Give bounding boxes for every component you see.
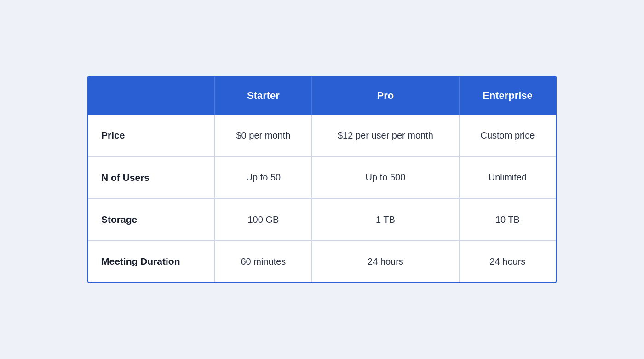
feature-label-1: N of Users bbox=[88, 156, 215, 198]
table-header-row: Starter Pro Enterprise bbox=[88, 77, 556, 115]
feature-label-0: Price bbox=[88, 115, 215, 156]
pro-value-2: 1 TB bbox=[312, 198, 459, 240]
pro-value-3: 24 hours bbox=[312, 240, 459, 282]
header-feature-col bbox=[88, 77, 215, 115]
starter-value-0: $0 per month bbox=[215, 115, 312, 156]
enterprise-value-1: Unlimited bbox=[459, 156, 556, 198]
enterprise-value-0: Custom price bbox=[459, 115, 556, 156]
feature-label-2: Storage bbox=[88, 198, 215, 240]
enterprise-value-2: 10 TB bbox=[459, 198, 556, 240]
pro-value-0: $12 per user per month bbox=[312, 115, 459, 156]
table-row: Meeting Duration60 minutes24 hours24 hou… bbox=[88, 240, 556, 282]
pro-value-1: Up to 500 bbox=[312, 156, 459, 198]
pricing-table: Starter Pro Enterprise Price$0 per month… bbox=[87, 76, 557, 283]
starter-value-1: Up to 50 bbox=[215, 156, 312, 198]
feature-label-3: Meeting Duration bbox=[88, 240, 215, 282]
table-row: Storage100 GB1 TB10 TB bbox=[88, 198, 556, 240]
table-row: Price$0 per month$12 per user per monthC… bbox=[88, 115, 556, 156]
header-pro-col: Pro bbox=[312, 77, 459, 115]
starter-value-3: 60 minutes bbox=[215, 240, 312, 282]
starter-value-2: 100 GB bbox=[215, 198, 312, 240]
table-row: N of UsersUp to 50Up to 500Unlimited bbox=[88, 156, 556, 198]
header-starter-col: Starter bbox=[215, 77, 312, 115]
header-enterprise-col: Enterprise bbox=[459, 77, 556, 115]
enterprise-value-3: 24 hours bbox=[459, 240, 556, 282]
